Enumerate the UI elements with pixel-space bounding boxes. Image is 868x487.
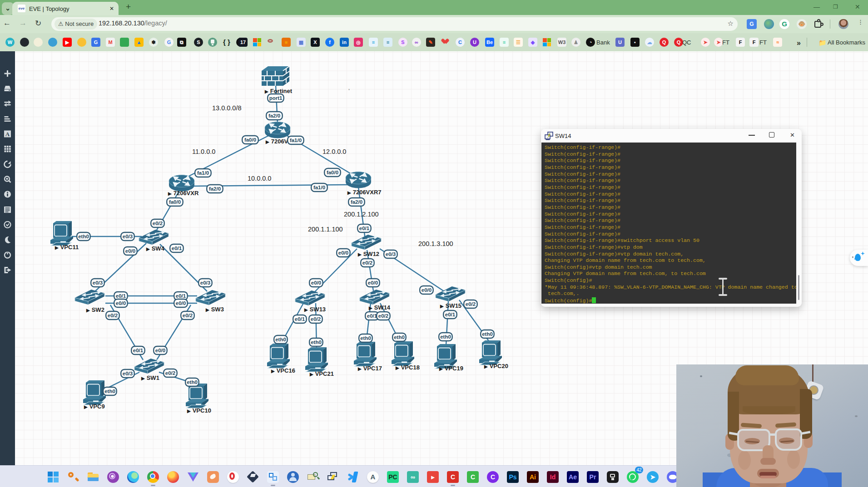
svg-text:e0/2: e0/2 <box>378 313 388 319</box>
svg-text:e0/1: e0/1 <box>359 226 370 231</box>
svg-text:’: ’ <box>348 88 350 94</box>
svg-text:13.0.0.0/8: 13.0.0.0/8 <box>212 104 242 112</box>
svg-text:▶SW1: ▶SW1 <box>141 374 159 381</box>
svg-text:eth0: eth0 <box>482 331 493 337</box>
svg-text:▶7206VXR7: ▶7206VXR7 <box>347 189 382 196</box>
svg-text:▶VPC17: ▶VPC17 <box>357 365 382 372</box>
svg-text:▶VPC9: ▶VPC9 <box>84 403 105 410</box>
svg-text:▶SW12: ▶SW12 <box>357 251 379 257</box>
svg-text:e0/0: e0/0 <box>311 280 321 285</box>
svg-text:e0/1: e0/1 <box>445 312 456 317</box>
svg-text:11.0.0.0: 11.0.0.0 <box>192 148 215 155</box>
svg-text:▶SW13: ▶SW13 <box>304 306 326 313</box>
svg-text:e0/2: e0/2 <box>311 316 321 322</box>
svg-text:▶VPC19: ▶VPC19 <box>439 365 463 372</box>
svg-text:e0/2: e0/2 <box>108 313 118 318</box>
svg-text:▶VPC16: ▶VPC16 <box>271 367 295 374</box>
svg-text:e0/2: e0/2 <box>183 313 193 318</box>
svg-text:▶Fortinet: ▶Fortinet <box>264 88 293 94</box>
svg-text:e0/1: e0/1 <box>133 348 144 353</box>
svg-text:fa2/0: fa2/0 <box>268 113 280 118</box>
svg-text:▶VPC10: ▶VPC10 <box>187 407 211 414</box>
svg-text:200.1.1.100: 200.1.1.100 <box>308 226 343 233</box>
svg-text:▶VPC18: ▶VPC18 <box>395 364 420 371</box>
svg-text:e0/1: e0/1 <box>116 293 126 299</box>
svg-text:e0/2: e0/2 <box>153 221 163 226</box>
svg-text:e0/1: e0/1 <box>295 316 305 322</box>
svg-text:e0/2: e0/2 <box>165 370 175 376</box>
svg-text:fa2/0: fa2/0 <box>209 186 221 192</box>
svg-text:e0/3: e0/3 <box>93 280 103 285</box>
svg-text:▶VPC20: ▶VPC20 <box>484 363 508 369</box>
svg-text:eth0: eth0 <box>275 337 286 342</box>
svg-text:fa1/0: fa1/0 <box>290 138 302 143</box>
svg-text:fa1/0: fa1/0 <box>313 185 325 190</box>
svg-text:12.0.0.0: 12.0.0.0 <box>322 148 346 155</box>
svg-text:e0/3: e0/3 <box>200 280 210 285</box>
svg-text:▶VPC11: ▶VPC11 <box>55 244 79 251</box>
svg-text:eth0: eth0 <box>104 389 115 394</box>
svg-text:200.1.3.100: 200.1.3.100 <box>418 240 453 247</box>
svg-text:eth0: eth0 <box>187 379 198 385</box>
svg-text:▶SW2: ▶SW2 <box>86 306 104 313</box>
svg-text:▶SW3: ▶SW3 <box>205 306 224 313</box>
svg-text:10.0.0.0: 10.0.0.0 <box>248 175 271 182</box>
svg-text:▶SW14: ▶SW14 <box>368 304 391 311</box>
svg-text:▶7206VXR: ▶7206VXR <box>168 190 199 197</box>
svg-text:fa0/0: fa0/0 <box>244 137 256 143</box>
svg-text:fa0/0: fa0/0 <box>169 199 181 205</box>
svg-text:▶SW15: ▶SW15 <box>440 302 461 309</box>
svg-text:eth0: eth0 <box>360 335 371 341</box>
svg-text:fa1/0: fa1/0 <box>197 170 209 176</box>
svg-text:200.1.2.100: 200.1.2.100 <box>344 211 379 218</box>
svg-text:e0/1: e0/1 <box>176 293 186 299</box>
svg-text:eth0: eth0 <box>394 335 405 340</box>
svg-text:e0/1: e0/1 <box>367 313 377 319</box>
svg-text:e0/0: e0/0 <box>116 300 126 306</box>
svg-text:eth0: eth0 <box>78 234 89 239</box>
svg-text:e0/3: e0/3 <box>123 371 133 376</box>
svg-text:e0/0: e0/0 <box>338 250 348 256</box>
svg-text:e0/0: e0/0 <box>368 280 378 285</box>
svg-text:fa0/0: fa0/0 <box>327 170 338 175</box>
svg-text:e0/2: e0/2 <box>362 260 372 266</box>
svg-text:port1: port1 <box>269 95 283 101</box>
svg-text:e0/2: e0/2 <box>466 301 476 307</box>
svg-text:e0/0: e0/0 <box>155 348 165 353</box>
svg-text:fa2/0: fa2/0 <box>351 199 362 205</box>
svg-text:eth0: eth0 <box>311 339 322 345</box>
svg-text:e0/3: e0/3 <box>123 234 133 239</box>
svg-text:e0/3: e0/3 <box>386 251 396 257</box>
svg-text:e0/0: e0/0 <box>422 287 432 293</box>
svg-text:e0/0: e0/0 <box>125 248 135 254</box>
svg-text:e0/1: e0/1 <box>172 246 182 251</box>
svg-text:▶VPC21: ▶VPC21 <box>309 370 334 377</box>
svg-text:eth0: eth0 <box>440 334 451 339</box>
svg-text:▶SW4: ▶SW4 <box>146 245 165 252</box>
svg-text:e0/0: e0/0 <box>176 300 186 306</box>
svg-text:A: A <box>5 131 10 138</box>
